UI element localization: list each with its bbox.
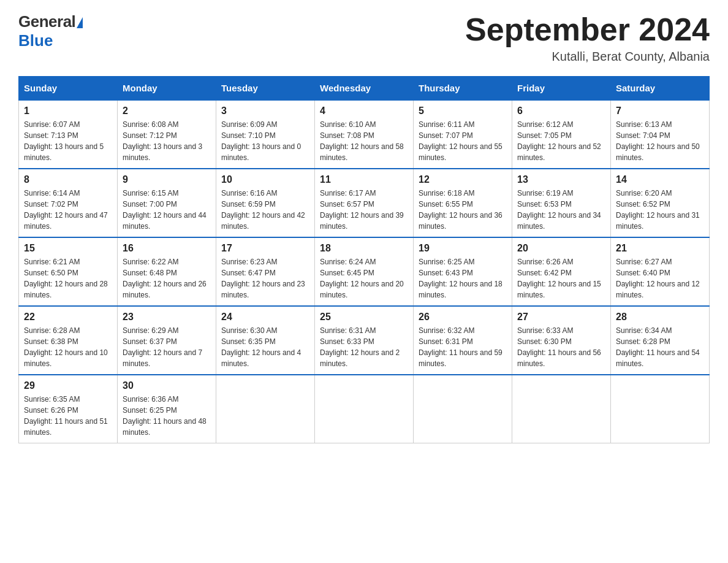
day-number: 22 [24, 312, 112, 323]
day-number: 27 [517, 312, 605, 323]
sunrise-label: Sunrise: 6:12 AM [517, 120, 573, 129]
day-info: Sunrise: 6:16 AM Sunset: 6:59 PM Dayligh… [221, 188, 309, 232]
day-info: Sunrise: 6:36 AM Sunset: 6:25 PM Dayligh… [123, 394, 211, 438]
day-info: Sunrise: 6:18 AM Sunset: 6:55 PM Dayligh… [419, 188, 507, 232]
calendar-day-cell: 22 Sunrise: 6:28 AM Sunset: 6:38 PM Dayl… [19, 306, 118, 375]
day-of-week-header: Wednesday [315, 77, 414, 101]
calendar-day-cell: 13 Sunrise: 6:19 AM Sunset: 6:53 PM Dayl… [512, 169, 611, 237]
day-info: Sunrise: 6:12 AM Sunset: 7:05 PM Dayligh… [517, 119, 605, 163]
calendar-day-cell: 24 Sunrise: 6:30 AM Sunset: 6:35 PM Dayl… [216, 306, 315, 375]
day-number: 20 [517, 243, 605, 254]
daylight-label: Daylight: 12 hours and 18 minutes. [419, 280, 502, 299]
sunset-label: Sunset: 6:35 PM [221, 337, 276, 346]
day-info: Sunrise: 6:33 AM Sunset: 6:30 PM Dayligh… [517, 325, 605, 369]
sunrise-label: Sunrise: 6:15 AM [123, 189, 178, 197]
sunrise-label: Sunrise: 6:16 AM [221, 189, 277, 197]
daylight-label: Daylight: 12 hours and 12 minutes. [616, 280, 700, 299]
day-number: 9 [123, 174, 211, 185]
daylight-label: Daylight: 12 hours and 44 minutes. [123, 211, 207, 231]
day-info: Sunrise: 6:07 AM Sunset: 7:13 PM Dayligh… [24, 119, 112, 163]
day-number: 11 [320, 174, 408, 185]
day-number: 26 [419, 312, 507, 323]
daylight-label: Daylight: 12 hours and 31 minutes. [616, 211, 700, 231]
calendar-header: SundayMondayTuesdayWednesdayThursdayFrid… [19, 77, 710, 101]
sunset-label: Sunset: 6:47 PM [221, 269, 276, 277]
day-number: 24 [221, 312, 309, 323]
calendar-day-cell: 25 Sunrise: 6:31 AM Sunset: 6:33 PM Dayl… [315, 306, 414, 375]
calendar-week-row: 22 Sunrise: 6:28 AM Sunset: 6:38 PM Dayl… [19, 306, 710, 375]
day-info: Sunrise: 6:31 AM Sunset: 6:33 PM Dayligh… [320, 325, 408, 369]
sunset-label: Sunset: 7:05 PM [517, 131, 572, 140]
calendar-day-cell: 29 Sunrise: 6:35 AM Sunset: 6:26 PM Dayl… [19, 375, 118, 443]
logo-blue-text: Blue [18, 31, 53, 50]
day-of-week-header: Saturday [611, 77, 710, 101]
daylight-label: Daylight: 13 hours and 3 minutes. [123, 142, 202, 162]
sunset-label: Sunset: 6:43 PM [419, 269, 473, 277]
day-info: Sunrise: 6:11 AM Sunset: 7:07 PM Dayligh… [419, 119, 507, 163]
day-info: Sunrise: 6:24 AM Sunset: 6:45 PM Dayligh… [320, 256, 408, 301]
day-info: Sunrise: 6:09 AM Sunset: 7:10 PM Dayligh… [221, 119, 309, 163]
daylight-label: Daylight: 12 hours and 58 minutes. [320, 142, 404, 162]
day-number: 8 [24, 174, 112, 185]
daylight-label: Daylight: 11 hours and 59 minutes. [419, 348, 502, 368]
daylight-label: Daylight: 12 hours and 55 minutes. [419, 142, 502, 162]
day-number: 25 [320, 312, 408, 323]
month-title: September 2024 [465, 12, 710, 47]
sunrise-label: Sunrise: 6:24 AM [320, 258, 376, 266]
calendar-day-cell [512, 375, 611, 443]
sunrise-label: Sunrise: 6:21 AM [24, 258, 80, 266]
sunrise-label: Sunrise: 6:29 AM [123, 326, 178, 335]
calendar-week-row: 15 Sunrise: 6:21 AM Sunset: 6:50 PM Dayl… [19, 237, 710, 306]
sunrise-label: Sunrise: 6:13 AM [616, 120, 672, 129]
daylight-label: Daylight: 12 hours and 28 minutes. [24, 280, 108, 299]
sunset-label: Sunset: 7:02 PM [24, 200, 78, 209]
day-of-week-header: Thursday [414, 77, 512, 101]
day-number: 30 [123, 380, 211, 391]
day-info: Sunrise: 6:23 AM Sunset: 6:47 PM Dayligh… [221, 256, 309, 301]
daylight-label: Daylight: 12 hours and 15 minutes. [517, 280, 601, 299]
sunrise-label: Sunrise: 6:22 AM [123, 258, 178, 266]
sunset-label: Sunset: 6:53 PM [517, 200, 572, 209]
day-of-week-header: Monday [118, 77, 216, 101]
sunset-label: Sunset: 6:59 PM [221, 200, 276, 209]
day-number: 28 [616, 312, 704, 323]
day-info: Sunrise: 6:17 AM Sunset: 6:57 PM Dayligh… [320, 188, 408, 232]
sunrise-label: Sunrise: 6:23 AM [221, 258, 277, 266]
day-info: Sunrise: 6:13 AM Sunset: 7:04 PM Dayligh… [616, 119, 704, 163]
day-number: 13 [517, 174, 605, 185]
sunset-label: Sunset: 7:10 PM [221, 131, 276, 140]
calendar-day-cell: 9 Sunrise: 6:15 AM Sunset: 7:00 PM Dayli… [118, 169, 216, 237]
logo-general-text: General [18, 12, 75, 31]
day-info: Sunrise: 6:28 AM Sunset: 6:38 PM Dayligh… [24, 325, 112, 369]
day-number: 12 [419, 174, 507, 185]
day-number: 5 [419, 105, 507, 117]
calendar-day-cell: 28 Sunrise: 6:34 AM Sunset: 6:28 PM Dayl… [611, 306, 710, 375]
day-info: Sunrise: 6:26 AM Sunset: 6:42 PM Dayligh… [517, 256, 605, 301]
daylight-label: Daylight: 11 hours and 51 minutes. [24, 417, 108, 437]
daylight-label: Daylight: 12 hours and 34 minutes. [517, 211, 601, 231]
page-header: General Blue September 2024 Kutalli, Ber… [18, 12, 710, 64]
day-info: Sunrise: 6:34 AM Sunset: 6:28 PM Dayligh… [616, 325, 704, 369]
day-info: Sunrise: 6:29 AM Sunset: 6:37 PM Dayligh… [123, 325, 211, 369]
calendar-day-cell: 23 Sunrise: 6:29 AM Sunset: 6:37 PM Dayl… [118, 306, 216, 375]
day-of-week-header: Tuesday [216, 77, 315, 101]
daylight-label: Daylight: 13 hours and 0 minutes. [221, 142, 301, 162]
calendar-day-cell: 26 Sunrise: 6:32 AM Sunset: 6:31 PM Dayl… [414, 306, 512, 375]
calendar-day-cell: 27 Sunrise: 6:33 AM Sunset: 6:30 PM Dayl… [512, 306, 611, 375]
calendar-body: 1 Sunrise: 6:07 AM Sunset: 7:13 PM Dayli… [19, 100, 710, 443]
sunrise-label: Sunrise: 6:26 AM [517, 258, 573, 266]
sunset-label: Sunset: 6:25 PM [123, 406, 177, 415]
sunrise-label: Sunrise: 6:30 AM [221, 326, 277, 335]
sunset-label: Sunset: 6:28 PM [616, 337, 670, 346]
day-number: 16 [123, 243, 211, 254]
day-info: Sunrise: 6:25 AM Sunset: 6:43 PM Dayligh… [419, 256, 507, 301]
calendar-day-cell: 8 Sunrise: 6:14 AM Sunset: 7:02 PM Dayli… [19, 169, 118, 237]
daylight-label: Daylight: 11 hours and 56 minutes. [517, 348, 601, 368]
calendar-day-cell [315, 375, 414, 443]
sunset-label: Sunset: 6:45 PM [320, 269, 374, 277]
day-info: Sunrise: 6:20 AM Sunset: 6:52 PM Dayligh… [616, 188, 704, 232]
daylight-label: Daylight: 12 hours and 50 minutes. [616, 142, 700, 162]
day-number: 23 [123, 312, 211, 323]
calendar-day-cell: 7 Sunrise: 6:13 AM Sunset: 7:04 PM Dayli… [611, 100, 710, 169]
calendar-day-cell: 16 Sunrise: 6:22 AM Sunset: 6:48 PM Dayl… [118, 237, 216, 306]
